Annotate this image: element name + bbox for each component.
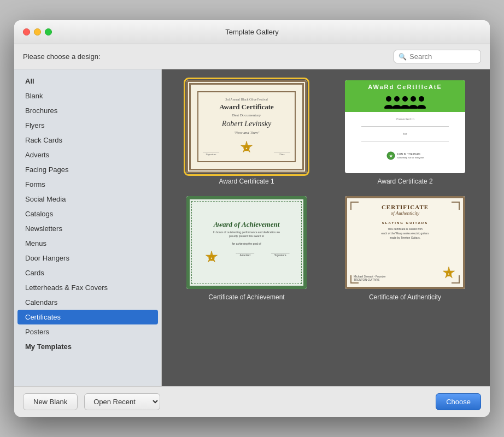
sidebar-item-my-templates[interactable]: My Templates [14, 339, 161, 354]
content-area: Please choose a design: 🔍 AllBlankBrochu… [14, 44, 490, 417]
sidebar-item-calendars[interactable]: Calendars [14, 295, 161, 310]
sidebar-item-blank[interactable]: Blank [14, 88, 161, 103]
minimize-button[interactable] [34, 28, 41, 36]
template-item[interactable]: CERTIFICATE of Authenticity SLAYING GUIT… [331, 196, 479, 301]
sidebar-item-cards[interactable]: Cards [14, 265, 161, 280]
new-blank-button[interactable]: New Blank [23, 393, 78, 410]
templates-grid: 3rd Annual Black Olive Festival Award Ce… [162, 69, 490, 386]
sidebar-item-catalogs[interactable]: Catalogs [14, 206, 161, 221]
svg-point-7 [401, 105, 409, 109]
template-item[interactable]: 3rd Annual Black Olive Festival Award Ce… [173, 80, 320, 185]
template-item[interactable]: Award of Achievement In honor of outstan… [173, 196, 320, 301]
app-window: Template Gallery Please choose a design:… [14, 20, 490, 417]
svg-point-10 [411, 96, 416, 102]
template-label-cert-authenticity: Certificate of Authenticity [369, 293, 441, 301]
template-label-award-cert-2: Award Certificate 2 [377, 178, 432, 185]
sidebar-item-certificates[interactable]: Certificates [17, 310, 158, 324]
template-label-cert-achievement: Certificate of Achievement [208, 293, 284, 301]
svg-point-11 [417, 105, 426, 109]
sidebar-item-forms[interactable]: Forms [14, 177, 161, 192]
svg-point-4 [386, 96, 391, 102]
sidebar-item-door-hangers[interactable]: Door Hangers [14, 251, 161, 265]
traffic-lights [23, 28, 52, 36]
sidebar-item-menus[interactable]: Menus [14, 236, 161, 251]
sidebar-item-adverts[interactable]: Adverts [14, 147, 161, 162]
svg-point-5 [392, 105, 401, 109]
titlebar: Template Gallery [14, 20, 490, 44]
header-label: Please choose a design: [23, 52, 101, 61]
sidebar-item-posters[interactable]: Posters [14, 324, 161, 339]
template-thumb-cert-achievement[interactable]: Award of Achievement In honor of outstan… [186, 196, 307, 289]
svg-point-9 [409, 105, 418, 109]
template-thumb-cert-authenticity[interactable]: CERTIFICATE of Authenticity SLAYING GUIT… [345, 196, 465, 289]
main-body: AllBlankBrochuresFlyersRack CardsAdverts… [14, 69, 490, 386]
header-row: Please choose a design: 🔍 [14, 44, 490, 69]
svg-point-8 [402, 96, 408, 102]
search-input[interactable] [409, 52, 475, 61]
open-recent-dropdown[interactable]: Open Recent [84, 393, 160, 410]
svg-point-3 [384, 105, 393, 109]
search-icon: 🔍 [398, 53, 407, 61]
search-box: 🔍 [394, 50, 481, 63]
bottom-toolbar: New Blank Open Recent Choose [14, 386, 490, 417]
svg-text:★: ★ [210, 257, 213, 259]
template-thumb-award-cert-1[interactable]: 3rd Annual Black Olive Festival Award Ce… [186, 80, 307, 173]
sidebar-item-brochures[interactable]: Brochures [14, 103, 161, 118]
sidebar: AllBlankBrochuresFlyersRack CardsAdverts… [14, 69, 162, 386]
svg-text:★: ★ [389, 154, 393, 158]
sidebar-item-newsletters[interactable]: Newsletters [14, 221, 161, 236]
sidebar-item-letterheads[interactable]: Letterheads & Fax Covers [14, 280, 161, 295]
sidebar-item-all[interactable]: All [14, 74, 161, 88]
svg-text:★: ★ [448, 273, 450, 275]
choose-button[interactable]: Choose [436, 393, 481, 410]
svg-text:★: ★ [245, 147, 248, 150]
sidebar-item-social-media[interactable]: Social Media [14, 192, 161, 206]
sidebar-item-rack-cards[interactable]: Rack Cards [14, 133, 161, 147]
window-title: Template Gallery [225, 28, 279, 36]
sidebar-item-facing-pages[interactable]: Facing Pages [14, 162, 161, 177]
svg-point-12 [419, 96, 424, 102]
maximize-button[interactable] [45, 28, 52, 36]
template-thumb-award-cert-2[interactable]: AWaRd CeRtIfIcAtE [345, 80, 465, 173]
svg-point-6 [394, 96, 400, 102]
close-button[interactable] [23, 28, 30, 36]
sidebar-item-flyers[interactable]: Flyers [14, 118, 161, 133]
template-item[interactable]: AWaRd CeRtIfIcAtE [331, 80, 479, 185]
template-label-award-cert-1: Award Certificate 1 [219, 178, 274, 185]
